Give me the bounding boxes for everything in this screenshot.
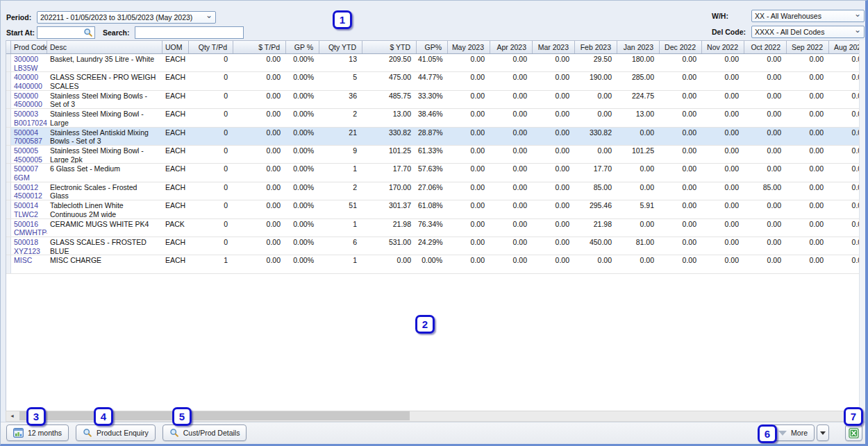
column-header[interactable]: GP% [417,41,448,53]
more-arrow-button[interactable] [817,424,829,441]
column-header[interactable]: UOM [162,41,189,53]
cell-gp-ytd: 41.05% [417,54,448,71]
table-row[interactable]: 500014TLWC2Tablecloth Linen White Contin… [6,200,860,218]
cell-amt-tpd: 0.00 [233,109,286,126]
scrollbar-thumb[interactable] [19,411,410,420]
table-row[interactable]: 500003B0017024Stainless Steel Mixing Bow… [6,109,860,127]
column-header[interactable]: $ YTD [362,41,417,53]
cell-month: 0.00 [660,164,702,181]
cell-month: 0.00 [448,255,490,273]
column-header[interactable]: Oct 2022 [744,41,787,53]
cell-month: 0.00 [660,255,702,273]
cell-month: 0.00 [787,182,829,200]
table-row[interactable]: 5000047000587Stainless Steel Antiskid Mi… [6,128,860,146]
excel-export-button[interactable] [845,424,862,441]
cell-desc: Stainless Steel Mixing Bowls - Set of 3 [47,91,162,108]
cell-month: 0.00 [660,219,702,237]
table-row[interactable]: 5000124500012Electronic Scales - Frosted… [6,182,860,200]
cell-gp-ytd: 27.06% [417,182,448,200]
cell-desc: Basket, Laundry 35 Litre - White [47,54,162,71]
column-header[interactable]: Sep 2022 [787,41,829,53]
grid-body: 300000LB35WBasket, Laundry 35 Litre - Wh… [6,54,860,274]
cell-month: 0.00 [533,91,575,108]
table-row[interactable]: 5000076GM6 Glass Set - MediumEACH00.000.… [6,164,860,182]
cell-month: 85.00 [744,182,787,200]
column-header[interactable]: GP % [286,41,319,53]
column-header[interactable]: Aug 2022 [829,41,860,53]
cell-month: 0.00 [702,255,744,273]
prod-code-line: TLWC2 [14,210,42,218]
column-header[interactable]: Dec 2022 [660,41,702,53]
cell-gp-ytd: 76.34% [417,219,448,237]
table-row[interactable]: 4000004400000GLASS SCREEN - PRO WEIGH SC… [6,72,860,90]
vertical-scrollbar[interactable] [859,40,865,411]
twelve-months-button[interactable]: 12 months [6,424,69,441]
cell-month: 0.00 [448,91,490,108]
cell-month: 0.00 [448,200,490,218]
del-code-select[interactable]: XXXX - All Del Codes ⌄ [751,26,865,38]
search-field [135,26,244,39]
table-row[interactable]: 500016CMWHTP4CERAMIC MUGS WHITE PK4PACK0… [6,219,860,237]
cell-month: 0.00 [829,164,860,181]
cell-qty-tpd: 0 [189,72,233,89]
column-header[interactable]: Desc [47,41,162,53]
annotation-badge-3: 3 [26,407,46,426]
lookup-icon[interactable] [83,27,94,38]
cell-month: 0.00 [575,255,617,273]
more-dropdown-icon [778,431,787,436]
more-button[interactable]: More [771,424,815,441]
horizontal-scrollbar[interactable]: ◄ [6,411,860,422]
cell-month: 0.00 [787,237,829,255]
prod-code-line: B0017024 [14,119,42,127]
cell-month: 0.00 [533,54,575,71]
column-header[interactable]: Qty YTD [319,41,362,53]
cell-month: 0.00 [533,72,575,89]
prod-code: 4000004400000 [11,72,47,89]
cell-month: 0.00 [660,182,702,200]
column-header[interactable]: May 2023 [448,41,490,53]
period-select[interactable]: 202211 - 01/05/2023 to 31/05/2023 (May 2… [37,11,216,24]
del-code-value: XXXX - All Del Codes [755,28,851,36]
table-row[interactable]: 300000LB35WBasket, Laundry 35 Litre - Wh… [6,54,860,72]
prod-code-line: 4500012 [14,191,42,200]
column-header[interactable]: Nov 2022 [702,41,744,53]
cell-month: 0.00 [533,109,575,126]
column-header[interactable]: Feb 2023 [575,41,617,53]
cell-month: 0.00 [660,109,702,126]
cell-amt-ytd: 209.50 [362,54,417,71]
start-at-input[interactable] [38,28,83,37]
column-header[interactable]: Mar 2023 [533,41,575,53]
table-row[interactable]: 500018XYZ123GLASS SCALES - FROSTED BLUEE… [6,237,860,255]
cust-prod-details-button[interactable]: Cust/Prod Details [162,424,247,441]
cell-month: 0.00 [787,146,829,163]
cell-uom: EACH [162,182,189,200]
annotation-badge-1: 1 [333,10,352,29]
cell-amt-ytd: 475.00 [362,72,417,89]
cell-month: 0.00 [787,91,829,108]
cell-month: 330.82 [575,128,617,145]
cell-month: 0.00 [744,219,787,237]
prod-code-line: 300000 [14,55,42,64]
cell-qty-ytd: 1 [319,164,362,181]
table-row[interactable]: MISCMISC CHARGEEACH10.000.00%10.000.00%0… [6,255,860,273]
table-row[interactable]: 5000054500005Stainless Steel Mixing Bowl… [6,146,860,164]
column-header[interactable]: Prod Code [11,41,47,53]
cell-month: 0.00 [533,237,575,255]
cell-month: 0.00 [617,219,660,237]
cell-desc: 6 Glass Set - Medium [47,164,162,181]
column-header[interactable]: Apr 2023 [490,41,533,53]
warehouse-select[interactable]: XX - All Warehouses ⌄ [751,10,865,22]
product-enquiry-button[interactable]: Product Enquiry [76,424,156,441]
search-input[interactable] [136,28,242,37]
cell-month: 0.00 [744,200,787,218]
cell-month: 0.00 [448,164,490,181]
column-header[interactable]: Jan 2023 [617,41,660,53]
table-row[interactable]: 5000004500000Stainless Steel Mixing Bowl… [6,91,860,109]
column-header[interactable]: Qty T/Pd [189,41,233,53]
cell-month: 0.00 [744,54,787,71]
cell-gp-tpd: 0.00% [286,164,319,181]
cell-month: 0.00 [490,128,533,145]
scroll-left-arrow[interactable]: ◄ [7,411,17,420]
column-header[interactable]: $ T/Pd [233,41,286,53]
chevron-down-icon: ⌄ [854,12,861,16]
